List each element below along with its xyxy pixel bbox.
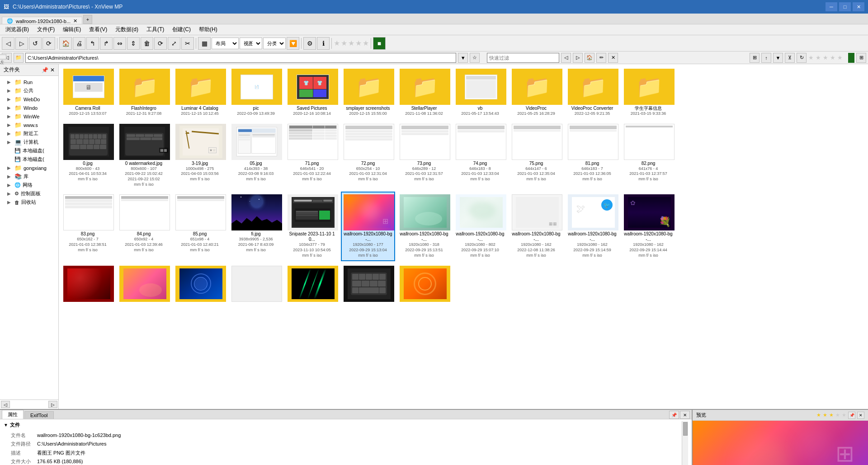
home-button[interactable]: 🏠 bbox=[59, 37, 72, 50]
view-mode-button[interactable]: ⊞ bbox=[750, 53, 760, 63]
file-wallroom-white-blank[interactable]: ▦▦ wallroom-1920x1080-bg-... 1920x1080 -… bbox=[509, 192, 563, 261]
file-75png[interactable]: 75.png 644x147 - 6 2021-01-03 12:35:04 m… bbox=[509, 121, 563, 190]
expand-icon[interactable]: ▶ bbox=[7, 200, 13, 205]
sidebar-scroll-right[interactable]: ▷ bbox=[48, 401, 57, 408]
preview-star-2[interactable]: ★ bbox=[823, 412, 827, 418]
addr-star-5[interactable]: ★ bbox=[837, 54, 843, 61]
menu-browser[interactable]: 浏览器(B) bbox=[2, 25, 33, 34]
file-fijpg[interactable]: fi.jpg 3938x9905 - 2,536 2021-06-17 8:43… bbox=[229, 192, 283, 261]
flip-h-button[interactable]: ⇔ bbox=[113, 37, 126, 50]
expand-icon[interactable]: ▶ bbox=[7, 191, 13, 196]
menu-tools[interactable]: 工具(T) bbox=[143, 25, 168, 34]
folder-camera-roll[interactable]: 🖥 Camera Roll 2020-12-15 13:53:07 bbox=[61, 66, 115, 119]
info-button[interactable]: ℹ bbox=[317, 37, 330, 50]
file-0watermarked[interactable]: ▦▦ 0 watermarked.jpg 800x600 - 107 2021-… bbox=[117, 121, 171, 190]
addr-go-button[interactable]: ▼ bbox=[458, 53, 468, 63]
expand-icon[interactable]: ▶ bbox=[7, 105, 13, 110]
panel-toggle-button[interactable]: ⊞ bbox=[856, 53, 866, 63]
info-close-button[interactable]: ✕ bbox=[680, 411, 690, 419]
layout-select[interactable]: 布局 bbox=[212, 38, 239, 49]
sidebar-item-windows[interactable]: ▶ 📁 Windo bbox=[0, 103, 58, 112]
file-red-splash[interactable] bbox=[61, 263, 115, 305]
expand-icon[interactable]: ▶ bbox=[7, 97, 13, 102]
file-83png[interactable]: 83.png 650x162 - 7 2021-01-03 12:38:51 m… bbox=[61, 192, 115, 261]
sidebar-item-winwe[interactable]: ▶ 📁 WinWe bbox=[0, 112, 58, 121]
sidebar-item-public[interactable]: ▶ 📁 公共 bbox=[0, 86, 58, 95]
file-wallroom-teal[interactable]: wallroom-1920x1080-bg-... 1920x1080 - 31… bbox=[397, 192, 451, 261]
preview-pin-button[interactable]: 📌 bbox=[848, 412, 855, 419]
preview-area[interactable]: ⊞ bbox=[693, 421, 868, 465]
file-white-blank2[interactable] bbox=[229, 263, 283, 305]
file-snipaste[interactable]: Snipaste 2023-11-10 10... 1034x377 - 79 … bbox=[285, 192, 339, 261]
file-72png[interactable]: 72.png 650x254 - 10 2021-01-03 12:31:04 … bbox=[341, 121, 395, 190]
sidebar-item-tools[interactable]: ▶ 📁 附近工 bbox=[0, 129, 58, 138]
sidebar-item-network[interactable]: ▶ 🌐 网络 bbox=[0, 181, 58, 189]
tab-browser[interactable]: 🌐 wallroom-1920x1080-b... ✕ bbox=[2, 17, 82, 24]
file-71png[interactable]: 71.png 646x541 - 20 2021-01-03 12:22:44 … bbox=[285, 121, 339, 190]
file-green-lines[interactable] bbox=[285, 263, 339, 305]
file-wallroom-bird[interactable]: 🐦 🕊 wallroom-1920x1080-bg-... 1920x1080 … bbox=[565, 192, 619, 261]
star-2[interactable]: ★ bbox=[341, 39, 347, 47]
flip-v-button[interactable]: ⇕ bbox=[127, 37, 140, 50]
menu-create[interactable]: 创建(C) bbox=[169, 25, 194, 34]
tab-close-icon[interactable]: ✕ bbox=[73, 18, 77, 24]
preview-star-3[interactable]: ★ bbox=[829, 412, 834, 418]
expand-icon[interactable]: ▶ bbox=[7, 114, 13, 119]
close-button[interactable]: ✕ bbox=[853, 2, 864, 11]
preview-close-button[interactable]: ✕ bbox=[857, 412, 864, 419]
sidebar-item-run[interactable]: ▶ 📁 Run bbox=[0, 78, 58, 86]
print-button[interactable]: 🖨 bbox=[73, 37, 85, 50]
refresh-button[interactable]: ↺ bbox=[29, 37, 42, 50]
search-home-button[interactable]: 🏠 bbox=[585, 53, 594, 63]
folder-vb[interactable]: vb 2021-05-17 13:54:43 bbox=[453, 66, 507, 119]
addr-star-3[interactable]: ★ bbox=[823, 54, 828, 61]
file-3-19jpg[interactable]: ☁ ★☆ 3-19.jpg 1000x498 - 275 2021-04-03 … bbox=[173, 121, 227, 190]
forward-button[interactable]: ▷ bbox=[15, 37, 28, 50]
back-button[interactable]: ◁ bbox=[2, 37, 14, 50]
star-1[interactable]: ★ bbox=[334, 39, 340, 47]
preview-star-5[interactable]: ★ bbox=[842, 412, 846, 418]
addr-star-4[interactable]: ★ bbox=[830, 54, 835, 61]
delete-button[interactable]: 🗑 bbox=[141, 37, 153, 50]
sidebar-item-www[interactable]: ▶ 📁 www.s bbox=[0, 121, 58, 129]
file-84png[interactable]: 84.png 650x92 - 4 2021-01-03 12:39:46 mm… bbox=[117, 192, 171, 261]
filter2-button[interactable]: ▼ bbox=[773, 53, 783, 63]
sidebar-close-icon[interactable]: ✕ bbox=[50, 67, 55, 73]
file-wallroom-purple[interactable]: 💐 ✿ wallroom-1920x1080-bg-... 1920x1080 … bbox=[621, 192, 675, 261]
sidebar-item-localdisk1[interactable]: 💾 本地磁盘( bbox=[0, 146, 58, 155]
menu-help[interactable]: 帮助(H) bbox=[195, 25, 221, 34]
minimize-button[interactable]: ─ bbox=[826, 2, 837, 11]
folder-student-info[interactable]: 📁 学生字幕信息 2021-03-15 9:33:36 bbox=[621, 66, 675, 119]
file-82png[interactable]: 82.png 641x76 - 4 2021-01-03 12:37:57 mm… bbox=[621, 121, 675, 190]
folder-luminar[interactable]: 📁 Luminar 4 Catalog 2021-12-15 10:12:45 bbox=[173, 66, 227, 119]
addr-star-1[interactable]: ★ bbox=[808, 54, 814, 61]
folder-videoproc-converter[interactable]: 📁 VideoProc Converter 2022-12-05 9:21:35 bbox=[565, 66, 619, 119]
folder-stellarplayer[interactable]: 📁 StellarPlayer 2021-11-08 11:36:02 bbox=[397, 66, 451, 119]
sidebar-item-webdo[interactable]: ▶ 📁 WebDo bbox=[0, 95, 58, 103]
crop-button[interactable]: ✂ bbox=[181, 37, 194, 50]
folder-videoproc[interactable]: 📁 VideoProc 2021-05-25 16:28:29 bbox=[509, 66, 563, 119]
sidebar-item-controlpanel[interactable]: ▶ ⚙ 控制面板 bbox=[0, 189, 58, 198]
star-5[interactable]: ★ bbox=[363, 39, 369, 47]
green-bar-button[interactable] bbox=[848, 53, 854, 63]
file-0jpg[interactable]: 0.jpg 800x600 - 43 2021-04-01 10:53:34 m… bbox=[61, 121, 115, 190]
color-button[interactable]: ■ bbox=[373, 37, 386, 50]
expand-icon[interactable]: ▶ bbox=[7, 122, 13, 127]
info-tab-exiftool[interactable]: ExifTool bbox=[24, 411, 54, 419]
search-fwd-button[interactable]: ▷ bbox=[573, 53, 583, 63]
info-tab-properties[interactable]: 属性 bbox=[2, 410, 24, 419]
convert-button[interactable]: ⟳ bbox=[154, 37, 167, 50]
rotate2-button[interactable]: ↻ bbox=[797, 53, 807, 63]
new-tab-button[interactable]: + bbox=[83, 15, 92, 24]
expand-icon[interactable]: ▶ bbox=[7, 183, 13, 188]
sort-select[interactable]: 分类 bbox=[263, 38, 286, 49]
rotate-right-button[interactable]: ↱ bbox=[100, 37, 113, 50]
folder-pic[interactable]: 📄 pic 2022-03-09 13:49:39 bbox=[229, 66, 283, 119]
file-85png[interactable]: 85.png 651x98 - 4 2021-01-03 12:40:21 mm… bbox=[173, 192, 227, 261]
maximize-button[interactable]: □ bbox=[839, 2, 851, 11]
expand-icon[interactable]: ▶ bbox=[7, 80, 13, 85]
sidebar-pin-icon[interactable]: 📌 bbox=[42, 67, 48, 73]
preview-star-4[interactable]: ★ bbox=[835, 412, 840, 418]
file-wallroom-selected[interactable]: ⊞ wallroom-1920x1080-bg-... 1920x1080 - … bbox=[341, 192, 395, 261]
sidebar-scroll-left[interactable]: ◁ bbox=[1, 401, 10, 408]
